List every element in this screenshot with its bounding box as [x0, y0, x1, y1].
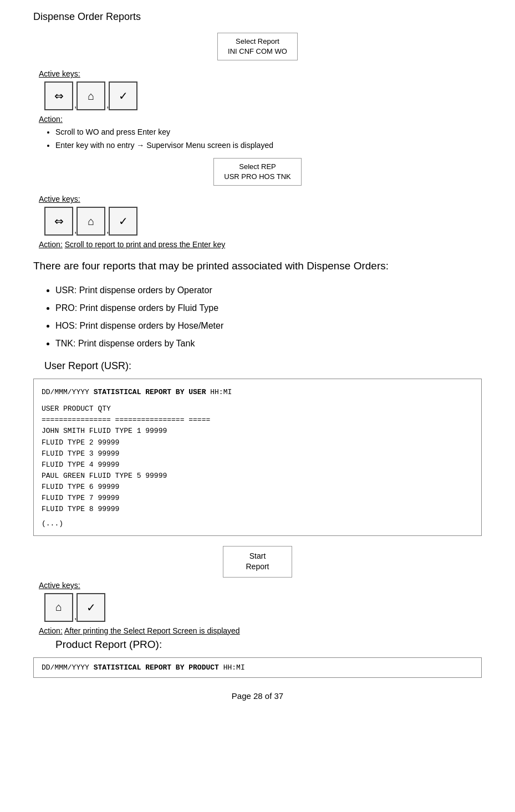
- home-key-icon-3: ⌂: [44, 593, 73, 622]
- arrows-key-icon: ⇔: [44, 81, 73, 110]
- key-group-6: ✓: [109, 207, 137, 236]
- key-group-8: ✓: [77, 593, 105, 622]
- action-label3-underline: Action:: [39, 626, 63, 635]
- select-report-line2: INI CNF COM WO: [228, 47, 287, 57]
- home-key-icon-2: ⌂: [77, 207, 105, 236]
- action-label2-underline: Action:: [39, 240, 63, 249]
- page-title: Dispense Order Reports: [33, 11, 482, 23]
- select-rep-line1: Select REP: [224, 162, 290, 172]
- key-group-1: ⇔ ,: [44, 81, 77, 110]
- active-keys-label3: Active keys:: [39, 581, 482, 590]
- key-row-1: ⇔ , ⌂ , ✓: [44, 81, 482, 110]
- action-section3: Action: After printing the Select Report…: [39, 626, 482, 635]
- product-report-header-bold: STATISTICAL REPORT BY PRODUCT: [94, 663, 219, 672]
- user-report-title: User Report (USR):: [44, 360, 482, 372]
- select-rep-box-wrap: Select REP USR PRO HOS TNK: [33, 158, 482, 191]
- arrows-key-icon-2: ⇔: [44, 207, 73, 236]
- user-report-box: DD/MMM/YYYY STATISTICAL REPORT BY USER H…: [33, 379, 482, 536]
- col-product: PRODUCT: [63, 405, 98, 413]
- key-group-7: ⌂ ,: [44, 593, 77, 622]
- page-number: Page 28 of 37: [232, 691, 283, 701]
- active-keys-label1: Active keys:: [39, 69, 482, 78]
- action-section1: Action:: [39, 115, 482, 124]
- col-user: USER: [42, 405, 63, 413]
- key-group-5: ⌂ ,: [77, 207, 109, 236]
- report-separator: ================ ================ =====: [42, 415, 473, 426]
- report-row-2: FLUID TYPE 2 99999: [42, 437, 473, 448]
- report-type-tnk: TNK: Print dispense orders by Tank: [55, 335, 482, 353]
- check-key-icon: ✓: [109, 81, 137, 110]
- action-section2: Action: Scroll to report to print and pr…: [39, 240, 482, 249]
- report-type-pro: PRO: Print dispense orders by Fluid Type: [55, 299, 482, 317]
- select-rep-line2: USR PRO HOS TNK: [224, 172, 290, 182]
- check-key-icon-2: ✓: [109, 207, 137, 236]
- report-row-6: FLUID TYPE 6 99999: [42, 482, 473, 493]
- bullet-1b: Enter key with no entry → Supervisor Men…: [55, 139, 482, 152]
- action-label-underline: Action:: [39, 115, 63, 124]
- action-label2-text: Scroll to report to print and press the …: [65, 240, 225, 249]
- key-group-3: ✓: [109, 81, 137, 110]
- key-row-2: ⇔ , ⌂ , ✓: [44, 207, 482, 236]
- key-group-4: ⇔ ,: [44, 207, 77, 236]
- active-keys-label2: Active keys:: [39, 195, 482, 203]
- product-report-title: Product Report (PRO):: [55, 639, 482, 651]
- active-keys-section1: Active keys: ⇔ , ⌂ , ✓: [39, 69, 482, 110]
- report-columns: USER PRODUCT QTY: [42, 404, 473, 415]
- action-bullets-1: Scroll to WO and press Enter key Enter k…: [55, 126, 482, 152]
- product-report-header-line: DD/MMM/YYYY STATISTICAL REPORT BY PRODUC…: [42, 663, 473, 672]
- select-report-screen: Select Report INI CNF COM WO: [217, 33, 298, 60]
- report-ellipsis: (...): [42, 518, 473, 529]
- active-keys-section2: Active keys: ⇔ , ⌂ , ✓: [39, 195, 482, 236]
- report-type-hos: HOS: Print dispense orders by Hose/Meter: [55, 317, 482, 335]
- key-group-2: ⌂ ,: [77, 81, 109, 110]
- select-report-box-wrap: Select Report INI CNF COM WO: [33, 33, 482, 66]
- start-report-line1: Start: [246, 551, 269, 562]
- report-row-1: JOHN SMITH FLUID TYPE 1 99999: [42, 426, 473, 437]
- action-label3-text: After printing the Select Report Screen …: [64, 626, 240, 635]
- active-keys-section3: Active keys: ⌂ , ✓: [39, 581, 482, 622]
- main-section-text: There are four reports that may be print…: [33, 259, 482, 274]
- start-report-screen: Start Report: [223, 546, 292, 578]
- bullet-1a: Scroll to WO and press Enter key: [55, 126, 482, 139]
- report-row-3: FLUID TYPE 3 99999: [42, 448, 473, 459]
- home-key-icon: ⌂: [77, 81, 105, 110]
- report-row-8: FLUID TYPE 8 99999: [42, 504, 473, 515]
- page-footer: Page 28 of 37: [33, 691, 482, 701]
- report-row-7: FLUID TYPE 7 99999: [42, 493, 473, 504]
- select-report-line1: Select Report: [228, 37, 287, 47]
- report-types-list: USR: Print dispense orders by Operator P…: [55, 282, 482, 353]
- report-row-5: PAUL GREEN FLUID TYPE 5 99999: [42, 471, 473, 482]
- report-type-usr: USR: Print dispense orders by Operator: [55, 282, 482, 299]
- report-row-4: FLUID TYPE 4 99999: [42, 459, 473, 471]
- key-row-3: ⌂ , ✓: [44, 593, 482, 622]
- check-key-icon-3: ✓: [77, 593, 105, 622]
- product-report-box: DD/MMM/YYYY STATISTICAL REPORT BY PRODUC…: [33, 657, 482, 678]
- start-report-box-wrap: Start Report: [33, 546, 482, 578]
- report-header-bold: STATISTICAL REPORT BY USER: [94, 388, 206, 396]
- select-rep-screen: Select REP USR PRO HOS TNK: [213, 158, 301, 186]
- report-header-line: DD/MMM/YYYY STATISTICAL REPORT BY USER H…: [42, 387, 473, 398]
- start-report-line2: Report: [246, 561, 269, 573]
- col-qty: QTY: [98, 405, 110, 413]
